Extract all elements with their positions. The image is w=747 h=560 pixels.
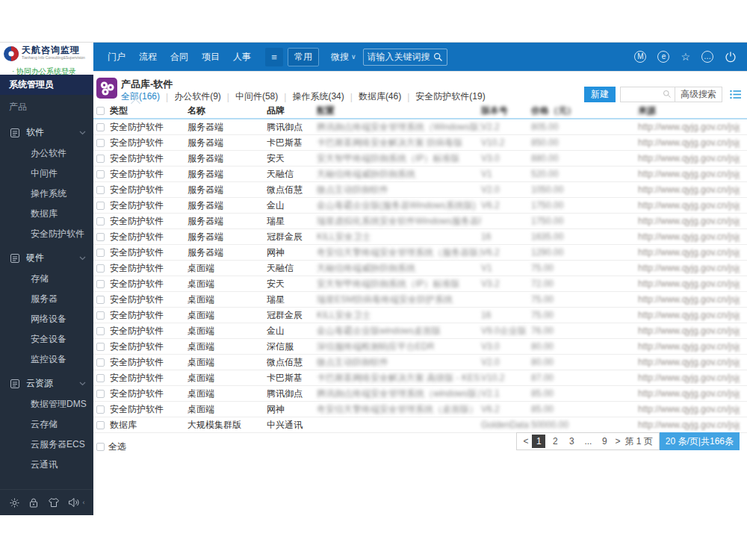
table-row[interactable]: 安全防护软件 桌面端 微点佰慧 微点主动防御软件 V2.0 80.00 http… (93, 355, 747, 370)
table-row[interactable]: 安全防护软件 桌面端 网神 奇安信天擎终端安全管理系统（桌面版） V6.2 85… (93, 402, 747, 417)
page-size-badge[interactable]: 20 条/页|共166条 (660, 432, 740, 450)
sidebar-item-监控设备[interactable]: 监控设备 (0, 349, 93, 370)
sidebar-item-安全防护软件[interactable]: 安全防护软件 (0, 224, 93, 244)
sidebar-item-操作系统[interactable]: 操作系统 (0, 184, 93, 204)
table-row[interactable]: 安全防护软件 服务器端 安天 安天智甲终端防御系统（IP）标准版 V3.0 88… (93, 151, 747, 167)
star-icon[interactable]: ☆ (681, 51, 690, 63)
row-checkbox[interactable] (96, 421, 105, 429)
table-search-input[interactable] (621, 87, 663, 102)
nav-item-流程[interactable]: 流程 (139, 51, 157, 63)
list-view-icon[interactable] (730, 90, 741, 99)
table-row[interactable]: 安全防护软件 服务器端 天融信 天融信终端威胁防御系统 V1 520.00 ht… (93, 167, 747, 182)
row-checkbox[interactable] (96, 405, 105, 414)
page-button-3[interactable]: 3 (565, 435, 578, 448)
sidebar-item-安全设备[interactable]: 安全设备 (0, 329, 93, 349)
new-button[interactable]: 新建 (584, 87, 616, 102)
table-row[interactable]: 安全防护软件 桌面端 腾讯御点 腾讯御点终端安全管理系统（windows版）V2… (93, 386, 747, 402)
sidebar-item-服务器[interactable]: 服务器 (0, 289, 93, 309)
nav-quick-button[interactable]: 常用 (288, 48, 319, 66)
nav-item-门户[interactable]: 门户 (108, 51, 125, 63)
row-checkbox[interactable] (96, 264, 105, 273)
row-checkbox[interactable] (96, 217, 105, 225)
row-checkbox[interactable] (96, 296, 105, 304)
select-all-checkbox[interactable] (96, 443, 105, 451)
table-row[interactable]: 安全防护软件 服务器端 卡巴斯基 卡巴斯基网络安全解决方案 防病毒版 V10.2… (93, 135, 747, 151)
table-row[interactable]: 安全防护软件 桌面端 天融信 天融信终端威胁防御系统 V1 75.00 http… (93, 261, 747, 276)
row-checkbox[interactable] (96, 343, 105, 351)
table-row[interactable]: 安全防护软件 服务器端 腾讯御点 腾讯御点终端安全管理系统（Windows版） … (93, 119, 747, 135)
sidebar-item-网络设备[interactable]: 网络设备 (0, 309, 93, 329)
nav-item-人事[interactable]: 人事 (233, 51, 251, 63)
row-checkbox[interactable] (96, 170, 105, 178)
cell-name: 桌面端 (187, 309, 267, 322)
row-checkbox[interactable] (96, 233, 105, 241)
row-checkbox[interactable] (96, 139, 105, 147)
m-circle-icon[interactable]: M (634, 51, 646, 63)
tab-全部(166)[interactable]: 全部(166) (121, 90, 160, 103)
e-circle-icon[interactable]: e (657, 51, 669, 63)
table-row[interactable]: 安全防护软件 服务器端 网神 奇安信天擎终端安全管理系统（服务器版） V6.2 … (93, 245, 747, 261)
row-checkbox[interactable] (96, 311, 105, 320)
nav-hamburger-button[interactable]: ≡ (265, 48, 283, 66)
row-checkbox[interactable] (96, 327, 105, 335)
power-icon[interactable] (725, 51, 737, 63)
row-checkbox[interactable] (96, 358, 105, 367)
next-page-button[interactable]: > (615, 436, 620, 447)
row-checkbox[interactable] (96, 249, 105, 257)
table-row[interactable]: 数据库 大规模集群版 中兴通讯 GoldenData s... 50000.00… (93, 417, 747, 433)
jump-value[interactable]: 1 (636, 436, 642, 447)
table-row[interactable]: 安全防护软件 服务器端 金山 金山毒霸企业版(服务器Windows系统版) V6… (93, 198, 747, 214)
sidebar-group-软件[interactable]: 软件 (0, 122, 93, 143)
row-checkbox[interactable] (96, 123, 105, 131)
table-row[interactable]: 安全防护软件 桌面端 金山 金山毒霸企业版windows桌面版 V9.0企业版 … (93, 323, 747, 339)
sidebar-group-硬件[interactable]: 硬件 (0, 247, 93, 269)
row-checkbox[interactable] (96, 374, 105, 382)
lock-icon[interactable] (28, 497, 39, 508)
prev-page-button[interactable]: < (523, 436, 528, 447)
sidebar-item-数据库[interactable]: 数据库 (0, 204, 93, 224)
sidebar-item-云服务器ECS[interactable]: 云服务器ECS (0, 435, 93, 455)
more-circle-icon[interactable]: … (701, 51, 713, 63)
tab-操作系统(34)[interactable]: 操作系统(34) (292, 90, 344, 103)
tab-安全防护软件(19)[interactable]: 安全防护软件(19) (415, 90, 485, 103)
row-checkbox[interactable] (96, 186, 105, 194)
shirt-icon[interactable] (48, 497, 60, 508)
sidebar-item-云存储[interactable]: 云存储 (0, 414, 93, 435)
advanced-search-button[interactable]: 高级搜索 (675, 87, 722, 102)
sidebar-group-云资源[interactable]: 云资源 (0, 373, 93, 394)
sidebar-item-数据管理DMS[interactable]: 数据管理DMS (0, 394, 93, 414)
page-button-9[interactable]: 9 (598, 435, 611, 448)
table-row[interactable]: 安全防护软件 桌面端 瑞星 瑞星ESM防病毒终端安全防护系统 75.00 htt… (93, 292, 747, 308)
gear-icon[interactable] (9, 497, 20, 508)
global-search-input[interactable] (368, 52, 433, 62)
sidebar-item-中间件[interactable]: 中间件 (0, 164, 93, 184)
search-icon[interactable] (663, 90, 672, 99)
table-row[interactable]: 安全防护软件 桌面端 冠群金辰 KILL安全卫士 16 75.00 http:/… (93, 308, 747, 323)
table-row[interactable]: 安全防护软件 桌面端 安天 安天智甲终端防御系统（IP）标准版 V3.2 72.… (93, 276, 747, 292)
collapse-arrow-icon[interactable]: ‹ (83, 499, 85, 506)
page-button-2[interactable]: 2 (548, 435, 562, 448)
table-row[interactable]: 安全防护软件 桌面端 深信服 深信服终端检测响应平台EDR V3.0 80.00… (93, 339, 747, 355)
header-checkbox[interactable] (96, 107, 105, 115)
search-scope-dropdown[interactable]: 微搜 ∨ (331, 51, 356, 63)
nav-item-项目[interactable]: 项目 (202, 51, 220, 63)
sidebar-item-存储[interactable]: 存储 (0, 269, 93, 289)
search-icon[interactable] (433, 52, 443, 62)
row-checkbox[interactable] (96, 390, 105, 398)
page-button-1[interactable]: 1 (532, 435, 545, 448)
speaker-icon[interactable] (68, 497, 80, 508)
sidebar-role-header[interactable]: 系统管理员 (0, 75, 93, 95)
tab-数据库(46)[interactable]: 数据库(46) (359, 90, 401, 103)
row-checkbox[interactable] (96, 155, 105, 163)
nav-item-合同[interactable]: 合同 (170, 51, 188, 63)
table-row[interactable]: 安全防护软件 桌面端 卡巴斯基 卡巴斯基网络安全解决方案 高级版 - KES..… (93, 370, 747, 386)
sidebar-item-办公软件[interactable]: 办公软件 (0, 143, 93, 164)
row-checkbox[interactable] (96, 280, 105, 288)
table-row[interactable]: 安全防护软件 服务器端 微点佰慧 微点主动防御软件 V2.0 1050.00 h… (93, 182, 747, 198)
sidebar-item-云通讯[interactable]: 云通讯 (0, 455, 93, 475)
table-row[interactable]: 安全防护软件 服务器端 瑞星 瑞星虚拟化系统安全软件Windows服务器版 17… (93, 214, 747, 229)
tab-中间件(58)[interactable]: 中间件(58) (235, 90, 278, 103)
table-row[interactable]: 安全防护软件 服务器端 冠群金辰 KILL安全卫士 16 1635.00 htt… (93, 229, 747, 245)
tab-办公软件(9)[interactable]: 办公软件(9) (174, 90, 221, 103)
row-checkbox[interactable] (96, 202, 105, 210)
